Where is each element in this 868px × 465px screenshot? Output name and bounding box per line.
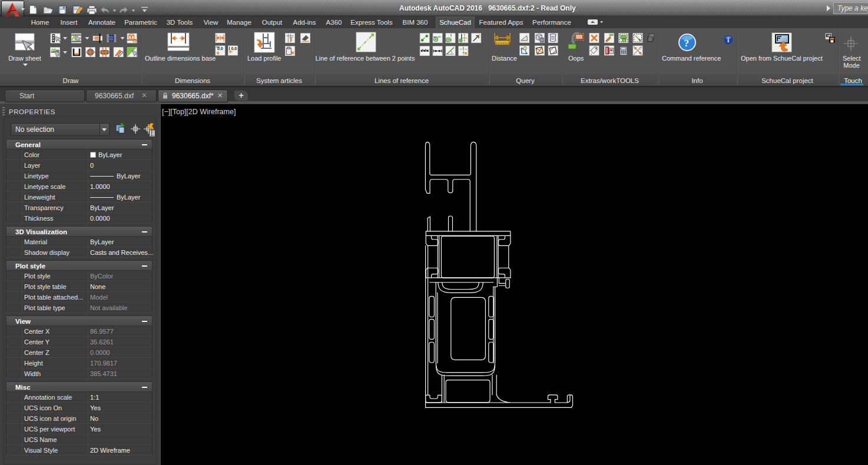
svg-text:T: T: [289, 36, 293, 42]
svg-text:0.0: 0.0: [231, 46, 237, 51]
svg-text:i: i: [727, 36, 729, 44]
svg-text:2: 2: [478, 34, 481, 38]
svg-text:?: ?: [684, 38, 690, 49]
